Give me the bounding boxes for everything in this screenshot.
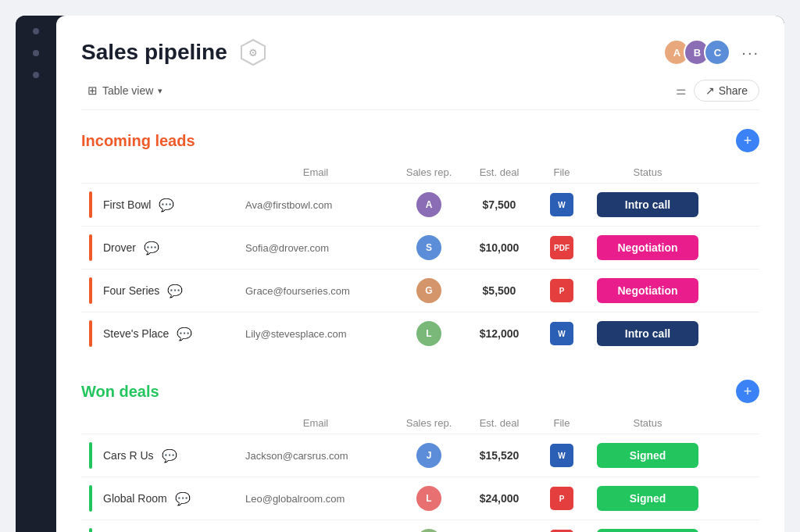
won-col-header-extra	[706, 412, 759, 434]
table-view-button[interactable]: ⊞ Table view ▾	[81, 80, 169, 101]
row-rep-cell: L	[394, 477, 464, 520]
chat-icon[interactable]: 💬	[162, 448, 177, 463]
row-rep-avatar: L	[416, 321, 441, 346]
row-status-button[interactable]: Signed	[597, 443, 698, 468]
row-email-cell: Lily@stevesplace.com	[238, 312, 394, 355]
row-status-cell: Intro call	[589, 184, 706, 227]
row-rep-avatar: J	[416, 443, 441, 468]
row-file-badge[interactable]: W	[550, 193, 573, 216]
row-email: Grace@fourseries.com	[245, 285, 350, 297]
chat-icon[interactable]: 💬	[159, 198, 174, 212]
row-deal-cell: $10,000	[464, 227, 534, 270]
won-deals-header: Won deals +	[81, 380, 759, 403]
row-rep-cell: N	[394, 520, 464, 533]
row-deal-cell: $12,000	[464, 312, 534, 355]
row-name: Four Series	[103, 284, 159, 297]
row-extra-cell	[706, 184, 759, 227]
row-name: First Bowl	[103, 198, 151, 211]
row-name-cell: First Bowl 💬	[81, 184, 238, 227]
sidebar	[16, 16, 56, 532]
incoming-leads-header: Incoming leads +	[81, 129, 759, 152]
row-email-cell: Noah@adventures.com	[238, 520, 394, 533]
row-border	[89, 485, 92, 512]
filter-icon[interactable]: ⚌	[676, 84, 686, 98]
row-name-cell: 100 Adventures 💬	[81, 520, 238, 533]
row-status-button[interactable]: Intro call	[597, 192, 698, 217]
row-name-cell: Drover 💬	[81, 227, 238, 270]
row-email-cell: Jackson@carsrus.com	[238, 434, 394, 477]
row-file-cell: W	[534, 184, 589, 227]
chat-icon[interactable]: 💬	[177, 327, 192, 341]
chat-icon[interactable]: 💬	[144, 241, 159, 255]
col-header-name	[81, 162, 238, 184]
chat-icon[interactable]: 💬	[175, 491, 191, 506]
incoming-leads-section: Incoming leads + Email Sales rep. Est. d…	[81, 129, 759, 355]
incoming-leads-table: Email Sales rep. Est. deal File Status F…	[81, 162, 759, 355]
app-container: Sales pipeline ⚙ A B C ···	[16, 16, 784, 532]
avatar-group: A B C	[663, 39, 730, 66]
row-name-cell: Cars R Us 💬	[81, 434, 238, 477]
row-rep-cell: J	[394, 434, 464, 477]
row-rep-cell: S	[394, 227, 464, 270]
table-row: Steve's Place 💬 Lily@stevesplace.com L $…	[81, 312, 759, 355]
row-name: Global Room	[103, 492, 167, 505]
toolbar: ⊞ Table view ▾ ⚌ ↗ Share	[81, 80, 759, 110]
row-status-cell: Signed	[589, 520, 706, 533]
row-file-cell: P	[534, 477, 589, 520]
row-status-button[interactable]: Intro call	[597, 321, 698, 346]
row-file-badge[interactable]: P	[550, 279, 573, 302]
row-rep-cell: L	[394, 312, 464, 355]
col-header-deal: Est. deal	[464, 162, 534, 184]
row-email: Sofia@drover.com	[245, 242, 329, 254]
more-options-button[interactable]: ···	[741, 44, 759, 62]
row-file-badge[interactable]: P	[550, 487, 573, 510]
row-status-button[interactable]: Signed	[597, 486, 698, 511]
chat-icon[interactable]: 💬	[167, 284, 183, 298]
table-row: Cars R Us 💬 Jackson@carsrus.com J $15,52…	[81, 434, 759, 477]
row-border	[89, 191, 92, 218]
won-deals-title: Won deals	[81, 383, 159, 401]
row-email-cell: Grace@fourseries.com	[238, 270, 394, 312]
row-extra-cell	[706, 434, 759, 477]
row-email: Lily@stevesplace.com	[245, 328, 347, 340]
won-deals-section: Won deals + Email Sales rep. Est. deal F…	[81, 380, 759, 532]
row-deal-cell: $5,500	[464, 270, 534, 312]
header-right: A B C ···	[663, 39, 759, 66]
row-border	[89, 277, 92, 304]
row-name: Cars R Us	[103, 449, 154, 462]
share-icon: ↗	[705, 84, 715, 97]
row-file-badge[interactable]: W	[550, 444, 573, 467]
add-lead-button[interactable]: +	[736, 129, 759, 152]
row-file-cell: PDF	[534, 227, 589, 270]
col-header-extra	[706, 162, 759, 184]
row-file-badge[interactable]: W	[550, 322, 573, 345]
row-extra-cell	[706, 270, 759, 312]
add-deal-button[interactable]: +	[736, 380, 759, 403]
row-status-button[interactable]: Signed	[597, 529, 698, 532]
row-status-button[interactable]: Negotiation	[597, 235, 698, 260]
row-status-cell: Signed	[589, 477, 706, 520]
incoming-leads-header-row: Email Sales rep. Est. deal File Status	[81, 162, 759, 184]
row-status-button[interactable]: Negotiation	[597, 278, 698, 303]
row-extra-cell	[706, 477, 759, 520]
share-button[interactable]: ↗ Share	[694, 80, 759, 102]
row-border	[89, 234, 92, 261]
hex-icon: ⚙	[238, 37, 268, 67]
row-rep-avatar: N	[416, 529, 441, 532]
row-border	[89, 528, 92, 532]
row-name: Drover	[103, 241, 136, 254]
table-view-label: Table view	[102, 84, 153, 97]
sidebar-dot-2	[33, 50, 39, 56]
svg-text:⚙: ⚙	[248, 47, 258, 59]
row-deal-cell: $24,000	[464, 477, 534, 520]
row-email: Jackson@carsrus.com	[245, 450, 348, 462]
row-file-cell: W	[534, 312, 589, 355]
row-rep-avatar: L	[416, 486, 441, 511]
header: Sales pipeline ⚙ A B C ···	[81, 37, 759, 67]
table-icon: ⊞	[88, 84, 98, 98]
table-row: First Bowl 💬 Ava@firstbowl.com A $7,500 …	[81, 184, 759, 227]
row-status-cell: Intro call	[589, 312, 706, 355]
row-file-badge[interactable]: PDF	[550, 236, 573, 259]
page-title: Sales pipeline	[81, 40, 227, 65]
table-row: Drover 💬 Sofia@drover.com S $10,000 PDF …	[81, 227, 759, 270]
